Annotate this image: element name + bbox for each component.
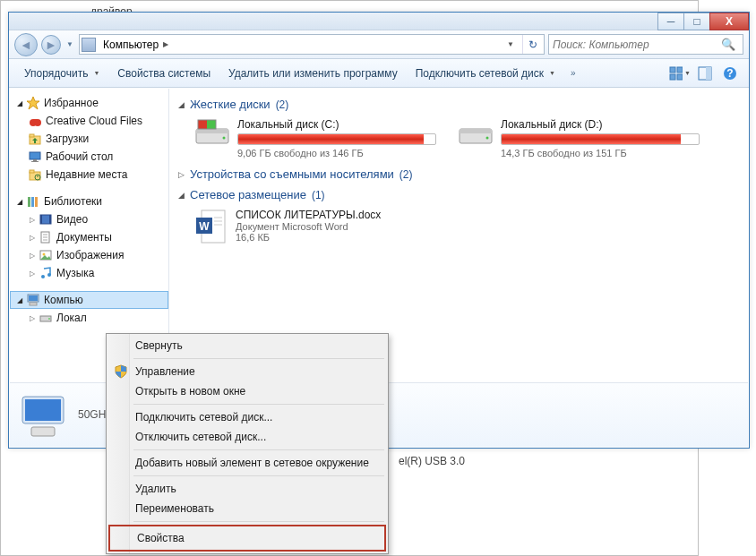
address-history-dropdown[interactable]: ▼ xyxy=(503,40,519,48)
file-size: 16,6 КБ xyxy=(236,232,381,243)
expand-icon[interactable]: ▷ xyxy=(178,170,185,179)
expand-icon[interactable]: ▷ xyxy=(28,234,37,242)
file-type: Документ Microsoft Word xyxy=(236,221,381,232)
tree-item-recent-places[interactable]: Недавние места xyxy=(10,166,168,184)
svg-rect-58 xyxy=(25,399,61,421)
help-button[interactable]: ? xyxy=(718,63,742,84)
svg-point-36 xyxy=(47,273,51,277)
context-menu-properties[interactable]: Свойства xyxy=(108,525,386,552)
documents-icon xyxy=(39,230,53,244)
context-menu-delete[interactable]: Удалить xyxy=(108,479,386,499)
context-menu-separator xyxy=(133,521,384,522)
tree-item-videos[interactable]: ▷ Видео xyxy=(10,210,168,228)
search-box[interactable]: 🔍 xyxy=(548,34,743,55)
chevron-down-icon: ▼ xyxy=(549,70,555,76)
shield-icon xyxy=(113,364,129,380)
collapse-icon[interactable]: ◢ xyxy=(178,191,185,200)
context-menu-add-network-location[interactable]: Добавить новый элемент в сетевое окружен… xyxy=(108,453,386,473)
tree-item-downloads[interactable]: Загрузки xyxy=(10,130,168,148)
computer-large-icon xyxy=(19,391,67,440)
maximize-icon: □ xyxy=(693,15,700,28)
disk-c[interactable]: Локальный диск (C:) 9,06 ГБ свободно из … xyxy=(194,118,436,158)
disk-free-text: 14,3 ГБ свободно из 151 ГБ xyxy=(501,148,700,158)
context-menu-disconnect-network-drive[interactable]: Отключить сетевой диск... xyxy=(108,427,386,447)
background-usb-text: el(R) USB 3.0 xyxy=(399,455,465,467)
context-menu-rename[interactable]: Переименовать xyxy=(108,499,386,518)
expand-icon[interactable]: ▷ xyxy=(28,269,37,278)
organize-button[interactable]: Упорядочить▼ xyxy=(16,63,107,84)
forward-button[interactable]: ► xyxy=(41,35,61,55)
uninstall-change-program-button[interactable]: Удалить или изменить программу xyxy=(220,63,406,84)
preview-pane-button[interactable] xyxy=(693,63,717,84)
search-icon[interactable]: 🔍 xyxy=(717,38,739,51)
downloads-icon xyxy=(28,132,42,146)
group-network-location[interactable]: ◢ Сетевое размещение (1) xyxy=(178,188,739,201)
svg-text:W: W xyxy=(199,220,210,233)
context-menu-open-new-window[interactable]: Открыть в новом окне xyxy=(108,381,386,401)
system-properties-button[interactable]: Свойства системы xyxy=(109,63,219,84)
tree-item-documents[interactable]: ▷ Документы xyxy=(10,228,168,246)
file-name: СПИСОК ЛИТЕРАТУРЫ.docx xyxy=(236,209,381,221)
svg-point-41 xyxy=(48,318,50,320)
videos-icon xyxy=(39,212,53,227)
svg-rect-22 xyxy=(28,197,30,207)
svg-rect-23 xyxy=(31,197,34,207)
address-bar[interactable]: Компьютер ▶ ▼ ↻ xyxy=(79,34,545,55)
view-icon xyxy=(669,66,683,81)
svg-rect-46 xyxy=(207,120,216,129)
context-menu-separator xyxy=(133,404,384,405)
close-button[interactable]: X xyxy=(709,13,749,30)
chevron-down-icon: ▼ xyxy=(93,70,99,76)
chevron-right-icon: ▶ xyxy=(160,40,171,48)
recent-locations-dropdown[interactable]: ▼ xyxy=(64,36,75,54)
svg-point-33 xyxy=(43,253,46,256)
svg-rect-5 xyxy=(706,67,711,80)
expand-icon[interactable]: ▷ xyxy=(28,314,37,322)
map-network-drive-button[interactable]: Подключить сетевой диск▼ xyxy=(408,63,563,84)
tree-item-desktop[interactable]: Рабочий стол xyxy=(10,148,168,166)
file-item[interactable]: W СПИСОК ЛИТЕРАТУРЫ.docx Документ Micros… xyxy=(194,209,739,244)
close-icon: X xyxy=(726,15,733,28)
context-menu-separator xyxy=(133,475,384,476)
svg-rect-39 xyxy=(30,303,37,305)
tree-computer[interactable]: ◢ Компью xyxy=(10,291,168,309)
svg-rect-2 xyxy=(670,74,675,80)
svg-marker-8 xyxy=(27,97,39,109)
disk-d[interactable]: Локальный диск (D:) 14,3 ГБ свободно из … xyxy=(458,118,700,158)
svg-rect-0 xyxy=(670,67,675,73)
collapse-icon[interactable]: ◢ xyxy=(15,296,24,304)
collapse-icon[interactable]: ◢ xyxy=(15,198,24,206)
overflow-chevron-icon[interactable]: » xyxy=(565,68,581,78)
tree-item-local-disk[interactable]: ▷ Локал xyxy=(10,309,168,327)
svg-rect-19 xyxy=(30,170,34,173)
change-view-button[interactable]: ▼ xyxy=(668,63,692,84)
creative-cloud-icon xyxy=(28,114,42,128)
expand-icon[interactable]: ▷ xyxy=(28,252,37,260)
expand-icon[interactable]: ▷ xyxy=(28,216,37,224)
breadcrumb-computer[interactable]: Компьютер ▶ xyxy=(99,35,175,54)
tree-favorites[interactable]: ◢ Избранное xyxy=(10,94,168,112)
search-input[interactable] xyxy=(553,38,717,51)
tree-item-pictures[interactable]: ▷ Изображения xyxy=(10,246,168,264)
group-removable[interactable]: ▷ Устройства со съемными носителями (2) xyxy=(178,167,739,181)
tree-libraries[interactable]: ◢ Библиотеки xyxy=(10,192,168,210)
tree-item-music[interactable]: ▷ Музыка xyxy=(10,264,168,282)
group-hard-drives[interactable]: ◢ Жесткие диски (2) xyxy=(178,98,739,111)
svg-rect-1 xyxy=(677,67,683,73)
context-menu-manage[interactable]: Управление xyxy=(108,362,386,381)
refresh-button[interactable]: ↻ xyxy=(522,35,542,54)
collapse-icon[interactable]: ◢ xyxy=(15,99,24,107)
back-button[interactable]: ◄ xyxy=(14,33,38,56)
tree-item-creative-cloud[interactable]: Creative Cloud Files xyxy=(10,112,168,130)
minimize-button[interactable]: ─ xyxy=(657,13,684,30)
context-menu-map-network-drive[interactable]: Подключить сетевой диск... xyxy=(108,407,386,427)
svg-rect-24 xyxy=(35,197,38,207)
svg-rect-15 xyxy=(30,152,40,159)
maximize-button[interactable]: □ xyxy=(683,13,710,30)
context-menu-collapse[interactable]: Свернуть xyxy=(108,336,386,355)
minimize-icon: ─ xyxy=(667,15,675,28)
hard-disk-icon xyxy=(39,311,53,325)
svg-rect-49 xyxy=(460,129,492,133)
collapse-icon[interactable]: ◢ xyxy=(178,100,185,109)
titlebar: ─ □ X xyxy=(9,13,749,30)
